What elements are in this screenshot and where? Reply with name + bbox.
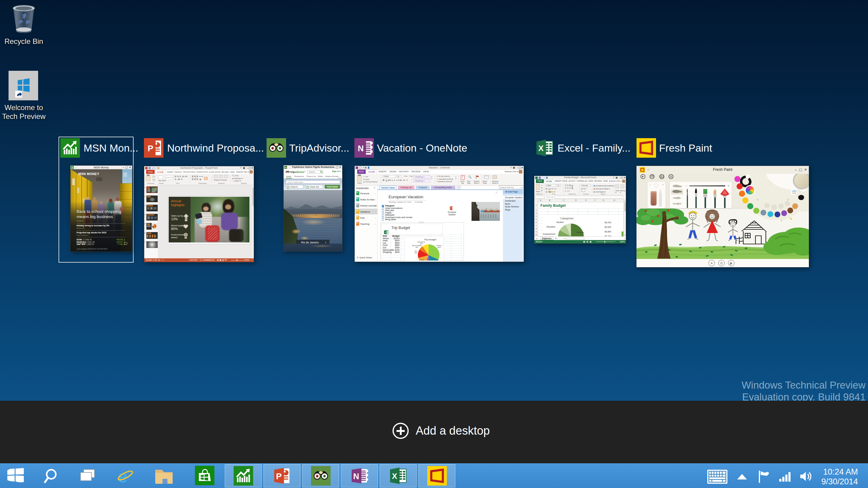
svg-text:P: P [276, 471, 282, 481]
svg-text:›: › [787, 197, 789, 202]
svg-text:N: N [353, 472, 359, 481]
svg-text:$: $ [185, 217, 187, 220]
svg-text:X: X [538, 144, 544, 153]
svg-text:e: e [118, 466, 127, 485]
svg-text:‹: ‹ [757, 197, 758, 202]
svg-text:X: X [384, 231, 386, 234]
svg-text:N: N [358, 144, 364, 153]
svg-text:X: X [392, 471, 397, 481]
svg-text:P: P [451, 207, 452, 210]
svg-text:P: P [148, 144, 153, 153]
